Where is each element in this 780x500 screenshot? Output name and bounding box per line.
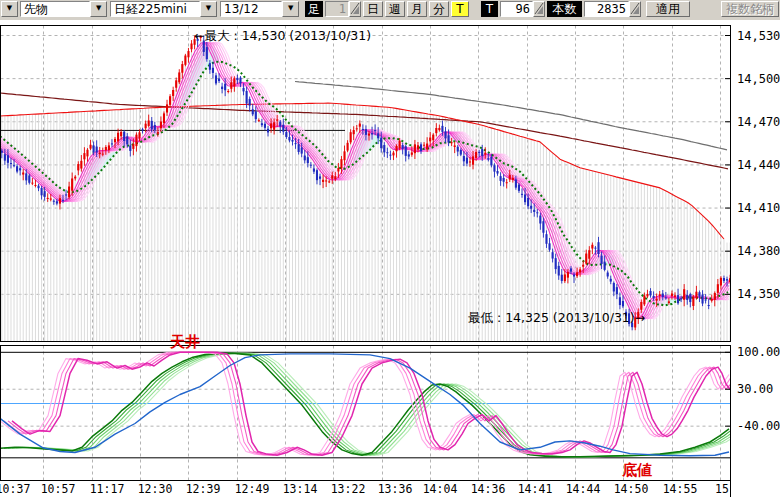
candle-body xyxy=(288,137,290,140)
period-day-button[interactable]: 日 xyxy=(363,1,383,17)
candle-body xyxy=(4,154,6,160)
candle-body xyxy=(469,161,471,162)
period-minute-button[interactable]: 分 xyxy=(429,1,449,17)
candle-body xyxy=(622,301,624,306)
candle-body xyxy=(564,274,566,281)
candle-body xyxy=(576,272,578,276)
candle-body xyxy=(420,144,422,151)
time-tick-label: 10:57 xyxy=(41,482,76,496)
candle-body xyxy=(689,294,691,302)
candle-body xyxy=(484,153,486,155)
collapse-toolbar-button[interactable]: ▼ xyxy=(1,1,18,17)
candle-body xyxy=(65,194,67,195)
candle-body xyxy=(99,153,101,155)
candle-body xyxy=(227,91,229,92)
max-price-annotation: ←最大 : 14,530 (2013/10/31) xyxy=(194,28,371,43)
candle-body xyxy=(206,47,208,59)
candle-body xyxy=(356,128,358,129)
toolbar: ▼ 先物 ▼ 日経225mini ▼ 13/12 ▼ 足 1 日 週 月 分 T… xyxy=(0,0,780,20)
candle-body xyxy=(662,294,664,298)
osc-tick-label: 100.00 xyxy=(737,345,780,359)
candle-body xyxy=(512,178,514,180)
dropdown-arrow-icon[interactable]: ▼ xyxy=(282,1,299,17)
candle-body xyxy=(503,178,505,182)
candle-body xyxy=(62,200,64,201)
category-dropdown[interactable]: 先物 ▼ xyxy=(20,1,107,17)
candle-body xyxy=(331,175,333,178)
osc-green-line xyxy=(0,353,729,456)
candle-body xyxy=(126,136,128,144)
candle-body xyxy=(677,295,679,303)
candle-body xyxy=(656,299,658,301)
time-tick-label: 12:30 xyxy=(138,482,173,496)
candle-body xyxy=(242,88,244,92)
ceiling-annotation: 天井 xyxy=(169,333,200,351)
osc-tick-label: -40.00 xyxy=(737,419,780,433)
candle-body xyxy=(93,145,95,152)
candle-body xyxy=(172,90,174,96)
candle-body xyxy=(558,266,560,276)
candle-body xyxy=(708,305,710,306)
candle-body xyxy=(717,284,719,293)
dropdown-arrow-icon[interactable]: ▼ xyxy=(90,1,107,17)
candle-body xyxy=(218,79,220,81)
candle-body xyxy=(322,180,324,182)
bars-count-spinner-icon[interactable] xyxy=(629,1,641,17)
dropdown-arrow-icon[interactable]: ▼ xyxy=(200,1,217,17)
candle-body xyxy=(561,275,563,281)
candle-body xyxy=(659,294,661,296)
candle-body xyxy=(515,179,517,187)
period-week-button[interactable]: 週 xyxy=(385,1,405,17)
candle-body xyxy=(239,78,241,84)
candle-body xyxy=(601,256,603,264)
multi-symbol-button[interactable]: 複数銘柄 xyxy=(721,1,779,17)
candle-body xyxy=(698,292,700,296)
time-tick-label: 13:36 xyxy=(378,482,413,496)
candle-body xyxy=(692,297,694,306)
candle-body xyxy=(181,64,183,73)
candle-body xyxy=(555,258,557,269)
bars-count-input[interactable]: 2835 xyxy=(584,1,629,17)
candle-body xyxy=(96,147,98,153)
contract-month-dropdown[interactable]: 13/12 ▼ xyxy=(220,1,299,17)
apply-button[interactable]: 適用 xyxy=(646,1,690,17)
candle-body xyxy=(414,144,416,153)
candle-body xyxy=(649,291,651,295)
candle-body xyxy=(481,149,483,156)
candle-body xyxy=(224,84,226,91)
candle-body xyxy=(475,152,477,158)
candle-body xyxy=(653,296,655,298)
candle-body xyxy=(77,164,79,170)
time-tick-label: 14:55 xyxy=(663,482,698,496)
candle-body xyxy=(597,242,599,254)
candle-body xyxy=(680,298,682,299)
bar-interval-spinner-icon[interactable] xyxy=(349,1,361,17)
hatch-columns xyxy=(2,41,730,342)
candle-body xyxy=(399,141,401,149)
osc-blue-line xyxy=(0,354,729,456)
candle-body xyxy=(619,297,621,305)
period-tick-button[interactable]: T xyxy=(451,1,469,17)
candle-body xyxy=(451,142,453,143)
candle-body xyxy=(353,130,355,134)
candle-body xyxy=(328,181,330,182)
candle-body xyxy=(105,147,107,150)
candle-body xyxy=(310,165,312,166)
tick-count-spinner-icon[interactable] xyxy=(533,1,545,17)
time-tick-label: 15 xyxy=(715,482,729,496)
contract-month-value: 13/12 xyxy=(220,1,282,17)
candle-body xyxy=(429,138,431,142)
price-tick-label: 14,440 xyxy=(737,158,780,172)
candle-body xyxy=(380,138,382,149)
symbol-dropdown[interactable]: 日経225mini ▼ xyxy=(110,1,217,17)
osc-green-line xyxy=(4,353,733,456)
candle-body xyxy=(359,124,361,127)
candle-body xyxy=(500,176,502,181)
tick-count-input[interactable]: 96 xyxy=(500,1,533,17)
candle-body xyxy=(31,183,33,184)
period-month-button[interactable]: 月 xyxy=(407,1,427,17)
candle-body xyxy=(102,154,104,155)
candle-body xyxy=(301,147,303,153)
candle-body xyxy=(665,297,667,298)
bar-interval-input[interactable]: 1 xyxy=(325,1,349,17)
